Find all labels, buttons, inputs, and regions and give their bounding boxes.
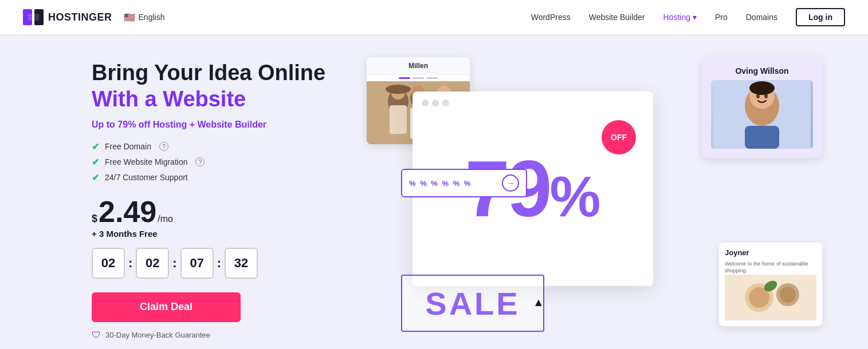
price-section: $ 2.49 /mo + 3 Months Free <box>92 197 332 239</box>
countdown-hours: 02 <box>92 248 125 279</box>
hero-visual: Millen <box>367 57 822 343</box>
chevron-down-icon: ▾ <box>693 13 697 22</box>
arrow-right-icon: → <box>502 174 519 192</box>
countdown-sep-1: : <box>128 256 132 271</box>
dot-2 <box>432 100 439 106</box>
svg-point-17 <box>749 81 775 95</box>
dot-3 <box>442 100 449 106</box>
joyner-name: Joyner <box>725 248 749 257</box>
off-badge: OFF <box>602 120 636 154</box>
check-icon-2: ✔ <box>92 157 99 168</box>
nav-domains[interactable]: Domains <box>746 13 777 22</box>
feature-migration: ✔ Free Website Migration ? <box>92 157 332 168</box>
feature-support-label: 24/7 Customer Support <box>105 173 188 182</box>
browser-dots <box>422 100 449 106</box>
hostinger-logo-icon <box>23 9 44 25</box>
hero-left: Bring Your Idea Online With a Website Up… <box>92 60 332 340</box>
price-display: $ 2.49 /mo <box>92 197 332 227</box>
joyner-card: Joyner Welcome to the home of sustainabl… <box>719 243 822 326</box>
dollar-sign: $ <box>92 213 97 225</box>
language-label: English <box>139 13 165 22</box>
headline-line1: Bring Your Idea Online <box>92 60 332 86</box>
nav-hosting[interactable]: Hosting ▾ <box>663 13 696 22</box>
countdown-minutes: 02 <box>136 248 169 279</box>
feature-free-domain: ✔ Free Domain ? <box>92 141 332 152</box>
logo[interactable]: HOSTINGER <box>23 9 112 25</box>
oving-card: Oving Willson <box>702 57 822 158</box>
countdown-seconds: 07 <box>180 248 214 279</box>
countdown-ms: 32 <box>225 248 258 279</box>
nav-links: WordPress Website Builder Hosting ▾ Pro … <box>531 8 845 26</box>
nav-pro[interactable]: Pro <box>715 13 728 22</box>
cursor-icon: ▲ <box>533 296 544 309</box>
logo-text: HOSTINGER <box>48 11 112 23</box>
svg-point-18 <box>756 94 760 98</box>
nav-dot-2 <box>413 77 424 79</box>
bonus-text: + 3 Months Free <box>92 229 332 239</box>
svg-rect-7 <box>390 105 407 134</box>
percent-codes: % % % % % % <box>409 179 472 188</box>
joyner-image <box>725 275 816 320</box>
svg-point-19 <box>764 94 768 98</box>
svg-rect-2 <box>28 14 39 21</box>
language-selector[interactable]: 🇺🇸 English <box>124 12 165 23</box>
guarantee-text: 🛡 30-Day Money-Back Guarantee <box>92 330 332 340</box>
sale-text: SALE <box>425 285 520 322</box>
millen-nav <box>367 75 470 81</box>
feature-migration-label: Free Website Migration <box>105 157 187 166</box>
svg-point-6 <box>386 85 411 94</box>
nav-website-builder[interactable]: Website Builder <box>589 13 645 22</box>
login-button[interactable]: Log in <box>796 8 845 26</box>
countdown-timer: 02 : 02 : 07 : 32 <box>92 248 332 279</box>
check-icon: ✔ <box>92 141 99 152</box>
discount-bar: % % % % % % → <box>401 169 527 197</box>
countdown-sep-3: : <box>217 256 221 271</box>
joyner-subtitle: Welcome to the home of sustainable shopp… <box>725 260 816 275</box>
svg-point-25 <box>780 287 796 303</box>
nav-wordpress[interactable]: WordPress <box>531 13 571 22</box>
headline-line2: With a Website <box>92 86 332 113</box>
oving-image <box>711 80 813 149</box>
flag-icon: 🇺🇸 <box>124 12 135 23</box>
feature-support: ✔ 24/7 Customer Support <box>92 172 332 183</box>
feature-list: ✔ Free Domain ? ✔ Free Website Migration… <box>92 141 332 183</box>
feature-free-domain-label: Free Domain <box>105 142 151 151</box>
help-icon-domain[interactable]: ? <box>159 142 168 151</box>
help-icon-migration[interactable]: ? <box>195 157 205 166</box>
oving-person-svg <box>713 80 811 149</box>
joyner-header: Joyner <box>725 248 816 257</box>
claim-deal-button[interactable]: Claim Deal <box>92 292 241 322</box>
price-number: 2.49 <box>99 197 156 227</box>
subtitle: Up to 79% off Hosting + Website Builder <box>92 120 332 130</box>
check-icon-3: ✔ <box>92 172 99 183</box>
dot-1 <box>422 100 429 106</box>
big-percent-sign: % <box>549 168 600 225</box>
navbar: HOSTINGER 🇺🇸 English WordPress Website B… <box>0 0 868 34</box>
countdown-sep-2: : <box>172 256 176 271</box>
nav-dot-3 <box>426 77 438 79</box>
nav-dot-1 <box>399 77 410 79</box>
millen-title: Millen <box>367 57 470 75</box>
oving-name: Oving Willson <box>711 66 813 76</box>
price-per: /mo <box>158 214 173 224</box>
svg-rect-20 <box>745 126 779 149</box>
main-content: Bring Your Idea Online With a Website Up… <box>0 34 868 349</box>
joyner-img-svg <box>725 275 816 320</box>
sale-text-box: SALE <box>401 275 544 332</box>
shield-icon: 🛡 <box>92 330 101 340</box>
